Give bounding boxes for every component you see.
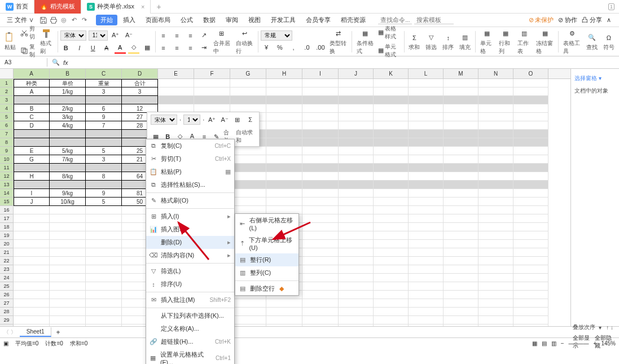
restore-icon[interactable]: 1 (608, 3, 614, 10)
cell-B21[interactable] (50, 248, 86, 257)
cell-N3[interactable] (478, 96, 513, 104)
row-head-3[interactable]: 3 (0, 96, 14, 104)
cell-M8[interactable] (444, 138, 478, 147)
sub-delete-blank[interactable]: ▤删除空行◆ (235, 282, 298, 295)
cell-J28[interactable] (339, 308, 374, 316)
cell-N11[interactable] (478, 164, 513, 172)
cell-B27[interactable] (50, 299, 86, 308)
cell-H5[interactable] (266, 113, 302, 121)
cell-A15[interactable]: J (14, 198, 50, 206)
cell-O10[interactable] (513, 155, 548, 164)
cell-J17[interactable] (339, 214, 374, 223)
col-head-D[interactable]: D (122, 69, 158, 78)
cell-K4[interactable] (374, 104, 409, 113)
row-head-10[interactable]: 10 (0, 155, 14, 164)
cell-M23[interactable] (444, 265, 478, 274)
italic-button[interactable]: I (74, 42, 85, 54)
cell-I30[interactable] (302, 324, 339, 326)
cell-H6[interactable] (266, 121, 302, 130)
cell-F1[interactable] (194, 79, 230, 87)
ribbon-tab-2[interactable]: 页面布局 (141, 15, 175, 25)
cell-A17[interactable] (14, 214, 50, 223)
protect-status[interactable]: ⊘ 未保护 (529, 16, 554, 24)
cell-N29[interactable] (478, 316, 513, 324)
row-head-28[interactable]: 28 (0, 308, 14, 316)
cell-C16[interactable] (86, 206, 122, 214)
cell-C5[interactable]: 9 (86, 113, 122, 121)
view-page-icon[interactable]: ▤ (542, 340, 547, 347)
cell-N17[interactable] (478, 214, 513, 223)
cell-L8[interactable] (409, 138, 444, 147)
cell-C6[interactable]: 7 (86, 121, 122, 130)
cell-I14[interactable] (302, 189, 339, 198)
cell-H2[interactable] (266, 87, 302, 96)
cell-I8[interactable] (302, 138, 339, 147)
cell-K28[interactable] (374, 308, 409, 316)
ctx-define-name[interactable]: 定义名称(A)... (146, 322, 234, 335)
cell-H29[interactable] (266, 316, 302, 324)
cell-K8[interactable] (374, 138, 409, 147)
cell-O13[interactable] (513, 181, 548, 189)
mini-font-select[interactable]: 宋体 (151, 115, 177, 125)
cell-I11[interactable] (302, 164, 339, 172)
cell-O28[interactable] (513, 308, 548, 316)
rowcol-button[interactable]: ▦ (500, 28, 511, 40)
cell-A25[interactable] (14, 282, 50, 291)
cell-O14[interactable] (513, 189, 548, 198)
cell-L29[interactable] (409, 316, 444, 324)
cut-button[interactable]: 剪切 (19, 24, 37, 41)
cell-G2[interactable] (230, 87, 266, 96)
cell-J1[interactable] (339, 79, 374, 87)
cell-E3[interactable] (158, 96, 194, 104)
cell-A27[interactable] (14, 299, 50, 308)
cell-K25[interactable] (374, 282, 409, 291)
cell-K6[interactable] (374, 121, 409, 130)
cell-M13[interactable] (444, 181, 478, 189)
cell-I28[interactable] (302, 308, 339, 316)
cell-K29[interactable] (374, 316, 409, 324)
row-head-18[interactable]: 18 (0, 223, 14, 231)
cell-O25[interactable] (513, 282, 548, 291)
cell-L12[interactable] (409, 172, 444, 181)
cell-B23[interactable] (50, 265, 86, 274)
cell-I26[interactable] (302, 291, 339, 299)
cell-H15[interactable] (266, 198, 302, 206)
cell-B5[interactable]: 3/kg (50, 113, 86, 121)
cell-H7[interactable] (266, 130, 302, 138)
cell-A7[interactable] (14, 130, 50, 138)
cell-I21[interactable] (302, 248, 339, 257)
cell-B6[interactable]: 4/kg (50, 121, 86, 130)
cell-O5[interactable] (513, 113, 548, 121)
cell-K23[interactable] (374, 265, 409, 274)
cell-A29[interactable] (14, 316, 50, 324)
cell-O29[interactable] (513, 316, 548, 324)
redo-icon[interactable]: ↷ (80, 16, 88, 24)
cell-N28[interactable] (478, 308, 513, 316)
cell-M22[interactable] (444, 257, 478, 265)
cell-J15[interactable] (339, 198, 374, 206)
cell-C7[interactable] (86, 130, 122, 138)
ribbon-tab-0[interactable]: 开始 (96, 15, 117, 25)
row-head-16[interactable]: 16 (0, 206, 14, 214)
cell-N16[interactable] (478, 206, 513, 214)
cell-C3[interactable] (86, 96, 122, 104)
row-head-24[interactable]: 24 (0, 274, 14, 282)
cell-H11[interactable] (266, 164, 302, 172)
cell-I10[interactable] (302, 155, 339, 164)
ctx-paste-special[interactable]: ⧉选择性粘贴(S)... (146, 178, 234, 191)
ctx-sort[interactable]: ↕排序(U) (146, 278, 234, 291)
cell-C24[interactable] (86, 274, 122, 282)
cell-D1[interactable]: 合计 (122, 79, 158, 87)
borders-button[interactable]: ▦ (142, 42, 153, 54)
fx-icon[interactable]: fx (63, 59, 68, 66)
cell-H12[interactable] (266, 172, 302, 181)
row-head-9[interactable]: 9 (0, 147, 14, 155)
row-head-30[interactable]: 30 (0, 324, 14, 326)
cell-A26[interactable] (14, 291, 50, 299)
cell-A3[interactable] (14, 96, 50, 104)
cell-M30[interactable] (444, 324, 478, 326)
mini-size-select[interactable]: 11 (183, 115, 200, 125)
cell-M7[interactable] (444, 130, 478, 138)
row-head-27[interactable]: 27 (0, 299, 14, 308)
cell-H3[interactable] (266, 96, 302, 104)
